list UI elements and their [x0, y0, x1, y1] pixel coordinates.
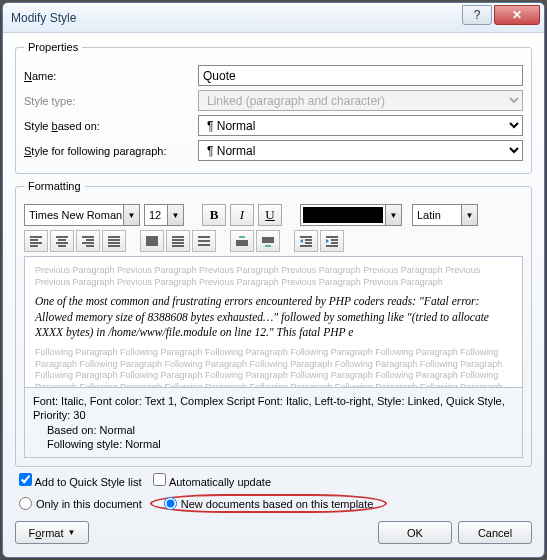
chevron-down-icon: ▼: [123, 205, 139, 225]
align-center-icon: [55, 235, 69, 247]
bold-button[interactable]: B: [202, 204, 226, 226]
based-on-select[interactable]: ¶ Normal: [198, 115, 523, 136]
preview-sample-text: One of the most common and frustrating e…: [35, 294, 512, 341]
preview-prev-text: Previous Paragraph Previous Paragraph Pr…: [35, 265, 512, 288]
align-center-button[interactable]: [50, 230, 74, 252]
description-box: Font: Italic, Font color: Text 1, Comple…: [24, 388, 523, 458]
indent-increase-button[interactable]: [320, 230, 344, 252]
formatting-legend: Formatting: [24, 180, 85, 192]
italic-button[interactable]: I: [230, 204, 254, 226]
align-right-button[interactable]: [76, 230, 100, 252]
align-justify-icon: [107, 235, 121, 247]
font-family-select[interactable]: Times New Roman▼: [24, 204, 140, 226]
align-justify-button[interactable]: [102, 230, 126, 252]
font-size-select[interactable]: 12▼: [144, 204, 184, 226]
space-before-inc-icon: [235, 235, 249, 247]
spacing-15-icon: [171, 235, 185, 247]
desc-line: Following style: Normal: [47, 437, 514, 451]
space-before-inc-button[interactable]: [230, 230, 254, 252]
properties-group: Properties Name: Style type: Linked (par…: [15, 41, 532, 174]
chevron-down-icon: ▼: [67, 528, 75, 537]
format-button[interactable]: Format▼: [15, 521, 89, 544]
chevron-down-icon: ▼: [167, 205, 183, 225]
spacing-2-button[interactable]: [192, 230, 216, 252]
based-on-label: Style based on:: [24, 120, 192, 132]
close-button[interactable]: ✕: [494, 5, 540, 25]
name-label: Name:: [24, 70, 192, 82]
formatting-group: Formatting Times New Roman▼ 12▼ B I U ▼ …: [15, 180, 532, 467]
script-select[interactable]: Latin▼: [412, 204, 478, 226]
desc-line: Font: Italic, Font color: Text 1, Comple…: [33, 394, 514, 408]
indent-increase-icon: [325, 235, 339, 247]
align-left-icon: [29, 235, 43, 247]
preview-pane: Previous Paragraph Previous Paragraph Pr…: [24, 256, 523, 388]
help-button[interactable]: ?: [462, 5, 492, 25]
style-type-label: Style type:: [24, 95, 192, 107]
chevron-down-icon: ▼: [461, 205, 477, 225]
following-label: Style for following paragraph:: [24, 145, 192, 157]
spacing-2-icon: [197, 235, 211, 247]
highlight-callout: New documents based on this template: [150, 494, 388, 513]
following-select[interactable]: ¶ Normal: [198, 140, 523, 161]
cancel-button[interactable]: Cancel: [458, 521, 532, 544]
space-before-dec-icon: [261, 235, 275, 247]
spacing-1-icon: [145, 235, 159, 247]
window-title: Modify Style: [11, 11, 462, 25]
font-color-select[interactable]: ▼: [300, 204, 402, 226]
chevron-down-icon: ▼: [385, 205, 401, 225]
new-docs-template-radio[interactable]: New documents based on this template: [164, 497, 374, 510]
name-input[interactable]: [198, 65, 523, 86]
ok-button[interactable]: OK: [378, 521, 452, 544]
desc-line: Priority: 30: [33, 408, 514, 422]
spacing-1-button[interactable]: [140, 230, 164, 252]
indent-decrease-button[interactable]: [294, 230, 318, 252]
desc-line: Based on: Normal: [47, 423, 514, 437]
space-before-dec-button[interactable]: [256, 230, 280, 252]
only-this-doc-radio[interactable]: Only in this document: [19, 497, 142, 510]
svg-marker-38: [300, 239, 303, 243]
svg-marker-43: [326, 239, 329, 243]
indent-decrease-icon: [299, 235, 313, 247]
titlebar: Modify Style ? ✕: [3, 3, 544, 33]
preview-next-text: Following Paragraph Following Paragraph …: [35, 347, 512, 388]
add-quick-style-checkbox[interactable]: Add to Quick Style list: [19, 473, 141, 488]
style-type-select: Linked (paragraph and character): [198, 90, 523, 111]
align-left-button[interactable]: [24, 230, 48, 252]
underline-button[interactable]: U: [258, 204, 282, 226]
auto-update-checkbox[interactable]: Automatically update: [153, 473, 271, 488]
align-right-icon: [81, 235, 95, 247]
spacing-15-button[interactable]: [166, 230, 190, 252]
modify-style-dialog: Modify Style ? ✕ Properties Name: Style …: [2, 2, 545, 558]
properties-legend: Properties: [24, 41, 82, 53]
